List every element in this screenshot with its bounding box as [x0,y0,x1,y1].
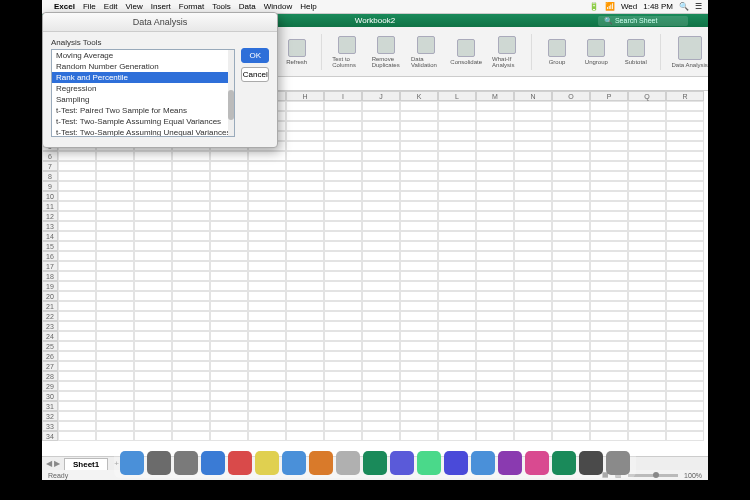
cell[interactable] [666,421,704,431]
cell[interactable] [134,251,172,261]
cell[interactable] [286,291,324,301]
cell[interactable] [666,341,704,351]
cell[interactable] [172,351,210,361]
cell[interactable] [134,381,172,391]
cell[interactable] [96,311,134,321]
cell[interactable] [134,331,172,341]
cell[interactable] [210,231,248,241]
cell[interactable] [134,431,172,441]
cell[interactable] [58,211,96,221]
cell[interactable] [58,421,96,431]
cell[interactable] [172,271,210,281]
row-header[interactable]: 11 [42,201,58,211]
cell[interactable] [324,321,362,331]
cell[interactable] [400,341,438,351]
dock-app-icon[interactable] [255,451,279,475]
cell[interactable] [172,251,210,261]
cell[interactable] [438,111,476,121]
cell[interactable] [172,221,210,231]
cell[interactable] [514,351,552,361]
cell[interactable] [666,391,704,401]
column-header[interactable]: O [552,91,590,101]
cell[interactable] [438,121,476,131]
cell[interactable] [362,331,400,341]
cell[interactable] [666,301,704,311]
cell[interactable] [286,201,324,211]
cell[interactable] [58,151,96,161]
cell[interactable] [134,221,172,231]
cell[interactable] [590,421,628,431]
cell[interactable] [400,161,438,171]
cell[interactable] [96,171,134,181]
cell[interactable] [172,391,210,401]
cell[interactable] [248,171,286,181]
cell[interactable] [134,231,172,241]
cell[interactable] [172,341,210,351]
cell[interactable] [172,291,210,301]
cell[interactable] [172,191,210,201]
cell[interactable] [666,361,704,371]
cell[interactable] [286,211,324,221]
cell[interactable] [666,351,704,361]
cell[interactable] [552,161,590,171]
cell[interactable] [362,381,400,391]
cell[interactable] [96,191,134,201]
column-header[interactable]: H [286,91,324,101]
cell[interactable] [324,381,362,391]
cell[interactable] [362,171,400,181]
cell[interactable] [96,351,134,361]
cell[interactable] [210,211,248,221]
cell[interactable] [324,401,362,411]
cell[interactable] [628,371,666,381]
cell[interactable] [58,271,96,281]
cell[interactable] [248,161,286,171]
cell[interactable] [210,271,248,281]
dock-app-icon[interactable] [606,451,630,475]
cell[interactable] [210,351,248,361]
cell[interactable] [666,261,704,271]
cell[interactable] [400,181,438,191]
cell[interactable] [476,191,514,201]
cell[interactable] [514,161,552,171]
cell[interactable] [590,221,628,231]
cell[interactable] [628,421,666,431]
cell[interactable] [172,261,210,271]
cell[interactable] [514,231,552,241]
cell[interactable] [514,271,552,281]
cell[interactable] [400,191,438,201]
cell[interactable] [666,231,704,241]
cell[interactable] [476,391,514,401]
cell[interactable] [438,301,476,311]
ribbon-data-validation-button[interactable]: Data Validation [411,36,440,68]
cell[interactable] [552,141,590,151]
cell[interactable] [476,421,514,431]
cell[interactable] [400,261,438,271]
cell[interactable] [286,101,324,111]
cell[interactable] [324,201,362,211]
cell[interactable] [400,101,438,111]
cell[interactable] [134,291,172,301]
cell[interactable] [628,231,666,241]
cell[interactable] [96,361,134,371]
row-header[interactable]: 9 [42,181,58,191]
cell[interactable] [476,111,514,121]
ribbon-what-if-button[interactable]: What-If Analysis [492,36,521,68]
cell[interactable] [134,311,172,321]
cell[interactable] [438,101,476,111]
cell[interactable] [172,181,210,191]
cell[interactable] [286,401,324,411]
cell[interactable] [552,261,590,271]
row-header[interactable]: 33 [42,421,58,431]
cell[interactable] [248,411,286,421]
cell[interactable] [96,271,134,281]
cell[interactable] [58,291,96,301]
cell[interactable] [58,191,96,201]
cell[interactable] [476,381,514,391]
cell[interactable] [552,291,590,301]
cell[interactable] [134,261,172,271]
cell[interactable] [248,311,286,321]
cell[interactable] [286,151,324,161]
cell[interactable] [324,111,362,121]
cell[interactable] [552,131,590,141]
cell[interactable] [362,311,400,321]
